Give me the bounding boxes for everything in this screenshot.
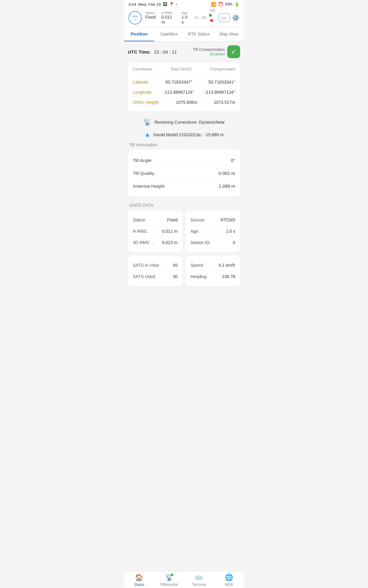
tilt-toggle-button[interactable]: ✓ <box>227 45 240 58</box>
latitude-compensated: 50.71833341° <box>209 80 235 85</box>
antenna-height-value: 2.089 m <box>219 183 235 189</box>
utc-tilt-row: UTC Time: 23 : 04 : 11 Tilt Compensation… <box>128 45 240 58</box>
status-info: Status Fixed <box>145 11 156 24</box>
latitude-row: Latitude: 50.71833347° 50.71833341° <box>133 77 235 87</box>
tilt-comp-text: Tilt Compensation Enabled <box>193 47 225 56</box>
tilt-section-title: Tilt Information <box>128 141 240 150</box>
speed-label: Speed: <box>190 263 204 268</box>
top-info-group: Status Fixed H RMS 0.011 m Age 1.0 s <box>145 11 190 24</box>
latitude-raw: 50.71833347° <box>166 80 192 85</box>
longitude-label: Longitude: <box>133 90 153 95</box>
heading-value: 236.78 <box>222 274 235 279</box>
age-label: Age <box>182 11 190 15</box>
corrections-row: 📡 Receiving Corrections: DynamicNear <box>128 116 240 129</box>
hrms-label: H RMS <box>161 11 176 15</box>
tab-map-view[interactable]: Map View <box>214 27 244 41</box>
tx-led-green <box>209 14 212 17</box>
coord-header: Coordinate Raw GNSS Compensated <box>133 67 235 74</box>
hrms-value: 0.011 m <box>161 15 176 24</box>
coordinate-card: Coordinate Raw GNSS Compensated Latitude… <box>128 62 240 111</box>
longitude-compensated: -113.98967134° <box>205 90 235 95</box>
speed-row: Speed: 0.1 km/h <box>190 260 235 271</box>
speed-value: 0.1 km/h <box>219 263 235 268</box>
tab-rtk-status[interactable]: RTK Status <box>184 27 214 41</box>
gnss-hrms-value: 0.011 m <box>162 229 178 234</box>
geoid-text: Geoid Model CGG2013a : -15.889 m <box>154 132 224 137</box>
status-bar-right: 📶 ⏰ 93% 🔋 <box>211 2 240 7</box>
geoid-row: ▲ Geoid Model CGG2013a : -15.889 m <box>128 129 240 141</box>
sats-used-label: SATS Used: <box>133 274 156 279</box>
tab-position[interactable]: Position <box>124 27 154 41</box>
tilt-card: Tilt Angle 0° Tilt Quality 0.001 m Anten… <box>128 150 240 197</box>
latitude-label: Latitude: <box>133 80 149 85</box>
media-icon: 🖼 <box>163 2 167 7</box>
gnss-age-row: Age: 1.0 s <box>190 226 235 237</box>
main-content: UTC Time: 23 : 04 : 11 Tilt Compensation… <box>124 42 244 318</box>
tilt-angle-label: Tilt Angle <box>133 158 151 163</box>
status-value: Fixed <box>145 15 156 20</box>
dot-icon: • <box>176 3 177 6</box>
sats-left-card: SATS in View: 45 SATS Used: 30 <box>128 255 182 286</box>
utc-time-display: UTC Time: 23 : 04 : 11 <box>128 49 177 55</box>
gnss-source-value: RTCM3 <box>220 217 235 222</box>
sats-right-card: Speed: 0.1 km/h Heading: 236.78 <box>186 255 240 286</box>
tilt-comp-status: Enabled <box>193 52 225 56</box>
gnss-stationid-value: 0 <box>233 240 235 245</box>
tilt-angle-value: 0° <box>231 158 235 163</box>
coord-col1: Coordinate <box>133 67 152 71</box>
gnss-3drms-row: 3D RMS: ↕ 0.023 m <box>133 237 178 248</box>
geoid-icon: ▲ <box>144 131 151 138</box>
coord-col2: Raw GNSS <box>171 67 191 71</box>
tilt-angle-row: Tilt Angle 0° <box>133 154 235 167</box>
gnss-hrms-row: H RMS: 0.011 m <box>133 226 178 237</box>
battery-icon: 🔋 <box>234 2 240 7</box>
sats-used-row: SATS Used: 30 <box>133 271 178 282</box>
tab-bar: Position Satellites RTK Status Map View <box>124 27 244 42</box>
na-label: N/A <box>210 9 215 12</box>
sats-view-label: SATS in View: <box>133 263 160 268</box>
utc-time-value: 23 : 04 : 11 <box>154 49 177 55</box>
tilt-comp-title: Tilt Compensation <box>193 47 225 52</box>
gnss-right-card: Source: RTCM3 Age: 1.0 s Station ID: 0 <box>186 210 240 252</box>
gnss-status-label: Status: <box>133 217 146 222</box>
rx-label: RX <box>202 16 206 20</box>
corrections-text: Receiving Corrections: DynamicNear <box>155 120 225 125</box>
rx-led-red <box>210 19 213 22</box>
tilt-quality-label: Tilt Quality <box>133 171 154 176</box>
gnss-stationid-row: Station ID: 0 <box>190 237 235 248</box>
gnss-hrms-label: H RMS: <box>133 229 148 234</box>
gnss-stationid-label: Station ID: <box>190 240 210 245</box>
settings-icon[interactable]: ⚙️ <box>232 14 240 21</box>
tab-satellites[interactable]: Satellites <box>154 27 184 41</box>
battery-indicator: ▭ <box>219 13 229 22</box>
longitude-row: Longitude: -113.98967124° -113.98967134° <box>133 87 235 97</box>
age-value: 1.0 s <box>182 15 190 24</box>
top-bar: EOS ▲ Status Fixed H RMS 0.011 m Age 1.0… <box>124 9 244 27</box>
battery-text: 93% <box>225 2 232 6</box>
corrections-icon: 📡 <box>143 118 151 126</box>
antenna-height-row: Antenna Height 2.089 m <box>133 180 235 192</box>
status-time: 4:04 <box>128 2 136 7</box>
gnss-status-row: Status: Fixed <box>133 214 178 226</box>
utc-label: UTC Time: <box>128 49 151 55</box>
status-bar-left: 4:04 Wed, Feb 19 🖼 📍 • <box>128 2 177 7</box>
gnss-age-value: 1.0 s <box>226 229 235 234</box>
gnss-source-row: Source: RTCM3 <box>190 214 235 226</box>
gnss-left-card: Status: Fixed H RMS: 0.011 m 3D RMS: ↕ 0… <box>128 210 182 252</box>
alarm-icon: ⏰ <box>218 2 223 7</box>
sats-used-value: 30 <box>173 274 178 279</box>
gnss-section-title: GNSS DATA <box>128 201 240 210</box>
status-bar: 4:04 Wed, Feb 19 🖼 📍 • 📶 ⏰ 93% 🔋 <box>124 0 244 9</box>
status-date: Wed, Feb 19 <box>138 2 161 7</box>
gnss-3drms-label: 3D RMS: ↕ <box>133 240 155 245</box>
status-label: Status <box>145 11 156 15</box>
longitude-raw: -113.98967124° <box>163 90 194 95</box>
gnss-3drms-value: 0.023 m <box>162 240 178 245</box>
ortho-height-row: Ortho. Height: 1075.606m 1073.517m <box>133 97 235 107</box>
antenna-height-label: Antenna Height <box>133 183 164 189</box>
sats-view-value: 45 <box>173 263 178 268</box>
app-logo: EOS ▲ <box>128 11 142 24</box>
coord-col3: Compensated <box>210 67 235 71</box>
signal-leds: N/A <box>209 13 216 23</box>
ortho-height-raw: 1075.606m <box>176 100 197 105</box>
